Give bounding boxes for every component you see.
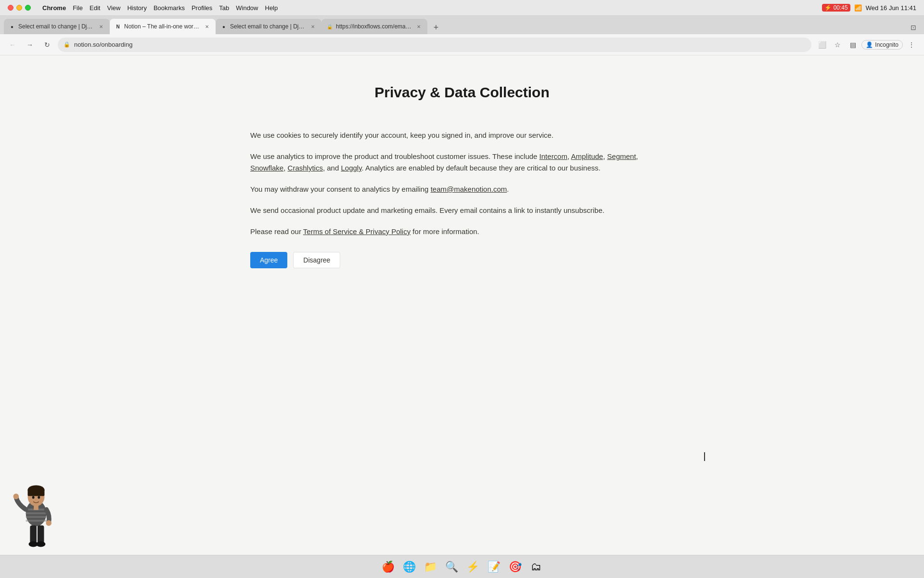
menu-edit[interactable]: Edit xyxy=(90,4,100,12)
text-cursor xyxy=(704,452,705,461)
extensions-button[interactable]: ⋮ xyxy=(905,38,918,52)
battery-icon: ⚡ xyxy=(824,4,832,11)
buttons-row: Agree Disagree xyxy=(250,252,674,268)
menu-tab[interactable]: Tab xyxy=(219,4,229,12)
content-body: We use cookies to securely identify your… xyxy=(250,130,674,268)
menu-bar: Chrome File Edit View History Bookmarks … xyxy=(42,4,278,12)
svg-rect-3 xyxy=(26,516,47,518)
dock-app1[interactable]: ⚡ xyxy=(464,558,481,576)
menu-help[interactable]: Help xyxy=(265,4,278,12)
link-amplitude[interactable]: Amplitude xyxy=(571,152,603,160)
tab-favicon-3: ● xyxy=(220,23,227,30)
dock-app4[interactable]: 🗂 xyxy=(527,558,545,576)
link-intercom[interactable]: Intercom xyxy=(539,152,567,160)
dock-spotlight[interactable]: 🔍 xyxy=(443,558,460,576)
maximize-button[interactable] xyxy=(25,5,31,11)
dock-app3[interactable]: 🎯 xyxy=(506,558,524,576)
close-button[interactable] xyxy=(8,5,13,11)
menu-window[interactable]: Window xyxy=(236,4,258,12)
wifi-icon: 📶 xyxy=(854,4,862,12)
app-name: Chrome xyxy=(42,4,66,12)
tab-favicon-4: 🔒 xyxy=(326,23,333,30)
tab-favicon-2: N xyxy=(115,23,121,30)
bookmark-button[interactable]: ☆ xyxy=(831,38,844,52)
dock-app2[interactable]: 📝 xyxy=(485,558,502,576)
nav-bar: ← → ↻ 🔒 notion.so/onboarding ⬜ ☆ ▤ 👤 Inc… xyxy=(0,34,924,55)
svg-point-16 xyxy=(36,541,45,547)
menu-bookmarks[interactable]: Bookmarks xyxy=(154,4,185,12)
url-text: notion.so/onboarding xyxy=(74,41,806,48)
tab-favicon-1: ● xyxy=(9,23,15,30)
lock-icon: 🔒 xyxy=(64,41,70,48)
tab-title-3: Select email to change | Djang xyxy=(230,23,306,30)
paragraph-emails-text: We send occasional product update and ma… xyxy=(250,206,604,214)
link-loggly[interactable]: Loggly xyxy=(341,164,361,172)
dock-chrome[interactable]: 🌐 xyxy=(400,558,418,576)
paragraph-consent: You may withdraw your consent to analyti… xyxy=(250,184,674,195)
dock-finder[interactable]: 🍎 xyxy=(379,558,397,576)
link-tos[interactable]: Terms of Service & Privacy Policy xyxy=(303,227,411,236)
profile-label: Incognito xyxy=(875,41,898,48)
svg-rect-10 xyxy=(34,505,38,510)
tab-extension-button[interactable]: ⊡ xyxy=(907,21,920,34)
paragraph-tos: Please read our Terms of Service & Priva… xyxy=(250,226,674,237)
paragraph-cookies-text: We use cookies to securely identify your… xyxy=(250,131,553,139)
agree-button[interactable]: Agree xyxy=(250,252,287,268)
titlebar-right: ⚡ 00:45 📶 Wed 16 Jun 11:41 xyxy=(822,4,916,12)
page-title: Privacy & Data Collection xyxy=(250,84,674,101)
sidebar-button[interactable]: ▤ xyxy=(846,38,860,52)
address-bar[interactable]: 🔒 notion.so/onboarding xyxy=(58,38,811,52)
paragraph-cookies: We use cookies to securely identify your… xyxy=(250,130,674,141)
new-tab-button[interactable]: + xyxy=(429,21,443,34)
dock-files[interactable]: 📁 xyxy=(422,558,439,576)
traffic-lights xyxy=(8,5,31,11)
svg-point-11 xyxy=(13,494,19,499)
cast-button[interactable]: ⬜ xyxy=(815,38,829,52)
svg-rect-2 xyxy=(26,512,47,514)
svg-rect-4 xyxy=(26,520,47,522)
tab-close-1[interactable]: ✕ xyxy=(97,23,105,30)
svg-point-8 xyxy=(32,496,35,499)
link-crashlytics[interactable]: Crashlytics xyxy=(288,164,323,172)
tab-close-4[interactable]: ✕ xyxy=(415,23,423,30)
link-email[interactable]: team@makenotion.com xyxy=(431,185,507,193)
page-content: Privacy & Data Collection We use cookies… xyxy=(231,55,693,297)
titlebar-left: Chrome File Edit View History Bookmarks … xyxy=(8,4,278,12)
tab-4[interactable]: 🔒 https://inboxflows.com/emails/ ✕ xyxy=(321,19,427,34)
reload-button[interactable]: ↻ xyxy=(40,38,54,52)
forward-button[interactable]: → xyxy=(23,38,37,52)
tab-title-4: https://inboxflows.com/emails/ xyxy=(336,23,412,30)
minimize-button[interactable] xyxy=(16,5,22,11)
battery-indicator: ⚡ 00:45 xyxy=(822,4,850,12)
profile-icon: 👤 xyxy=(866,41,873,48)
nav-right-icons: ⬜ ☆ ▤ 👤 Incognito ⋮ xyxy=(815,38,918,52)
tab-title-2: Notion – The all-in-one works… xyxy=(124,23,200,30)
menu-view[interactable]: View xyxy=(107,4,120,12)
link-snowflake[interactable]: Snowflake xyxy=(250,164,283,172)
svg-rect-14 xyxy=(38,525,44,543)
svg-point-12 xyxy=(46,520,51,526)
tab-close-2[interactable]: ✕ xyxy=(203,23,211,30)
menu-profiles[interactable]: Profiles xyxy=(192,4,212,12)
paragraph-emails: We send occasional product update and ma… xyxy=(250,205,674,216)
battery-time: 00:45 xyxy=(834,4,848,11)
titlebar: Chrome File Edit View History Bookmarks … xyxy=(0,0,924,16)
tab-title-1: Select email to change | Djang xyxy=(18,23,94,30)
back-button[interactable]: ← xyxy=(6,38,19,52)
svg-point-9 xyxy=(38,496,40,499)
link-segment[interactable]: Segment xyxy=(607,152,636,160)
tab-close-3[interactable]: ✕ xyxy=(309,23,317,30)
tab-1[interactable]: ● Select email to change | Djang ✕ xyxy=(4,19,110,34)
content-area: Privacy & Data Collection We use cookies… xyxy=(0,55,924,555)
clock: Wed 16 Jun 11:41 xyxy=(866,4,916,12)
disagree-button[interactable]: Disagree xyxy=(293,252,340,268)
paragraph-analytics: We use analytics to improve the product … xyxy=(250,151,674,174)
character-illustration xyxy=(10,476,63,555)
svg-rect-7 xyxy=(28,489,45,496)
profile-button[interactable]: 👤 Incognito xyxy=(861,40,903,50)
dock: 🍎 🌐 📁 🔍 ⚡ 📝 🎯 🗂 xyxy=(0,555,924,578)
menu-history[interactable]: History xyxy=(127,4,146,12)
menu-file[interactable]: File xyxy=(73,4,83,12)
tab-3[interactable]: ● Select email to change | Djang ✕ xyxy=(216,19,321,34)
tab-2[interactable]: N Notion – The all-in-one works… ✕ xyxy=(110,19,216,34)
